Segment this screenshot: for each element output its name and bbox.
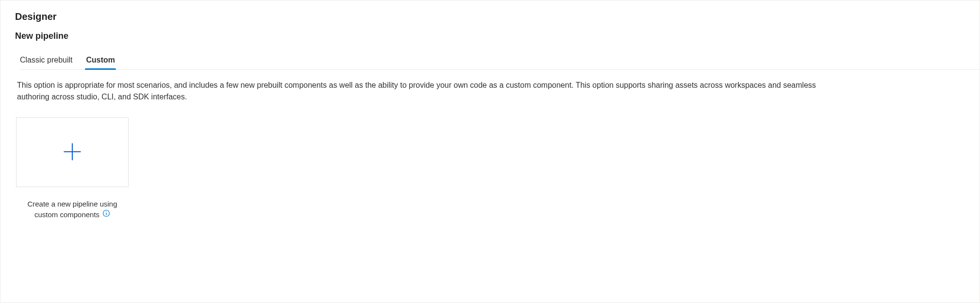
tab-custom[interactable]: Custom: [86, 53, 115, 69]
tab-description: This option is appropriate for most scen…: [15, 80, 830, 103]
page-subtitle: New pipeline: [15, 31, 965, 41]
caption-line-1: Create a new pipeline using: [16, 199, 129, 209]
info-icon[interactable]: [102, 209, 110, 220]
page-title: Designer: [15, 11, 965, 22]
tabs: Classic prebuilt Custom: [20, 53, 980, 70]
caption-line-2-wrapper: custom components: [16, 209, 129, 220]
create-pipeline-card[interactable]: [16, 117, 129, 187]
designer-page: Designer New pipeline Classic prebuilt C…: [0, 0, 980, 303]
caption-line-2: custom components: [34, 209, 99, 220]
plus-icon: [62, 142, 82, 163]
svg-point-4: [106, 211, 107, 212]
create-pipeline-caption: Create a new pipeline using custom compo…: [16, 199, 129, 220]
tab-classic-prebuilt[interactable]: Classic prebuilt: [20, 53, 72, 69]
